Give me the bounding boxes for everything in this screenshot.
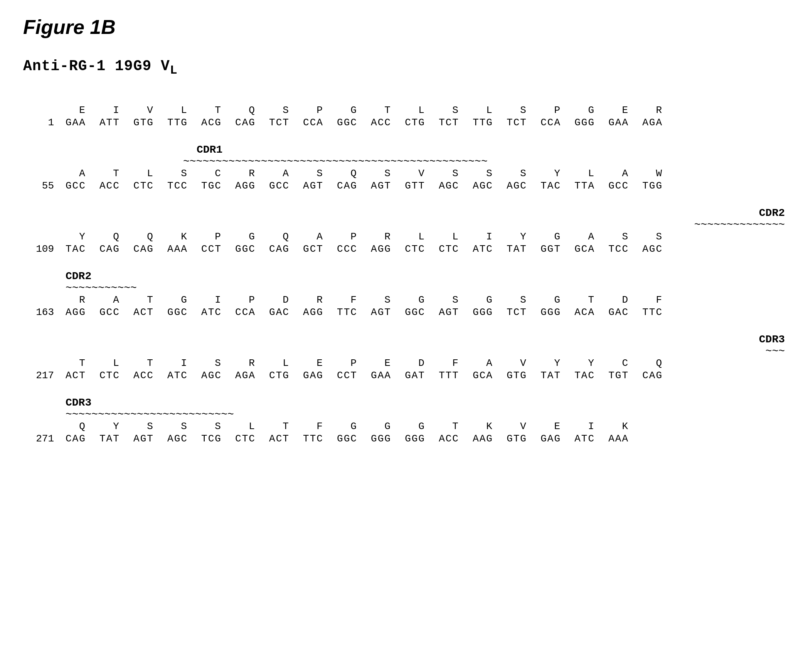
sequence-row-109: Y Q Q K P G Q A P R L L I Y G A S S 109 … bbox=[23, 231, 785, 255]
cdr1-tildes: ~~~~~~~~~~~~~~~~~~~~~~~~~~~~~~~~~~~~~~~~… bbox=[66, 156, 785, 168]
amino-row-1: E I V L T Q S P G T L S L S P G E R bbox=[66, 104, 785, 116]
codon-row-217: 217 ACT CTC ACC ATC AGC AGA CTG GAG CCT … bbox=[23, 370, 785, 381]
codons-1: GAA ATT GTG TTG ACG CAG TCT CCA GGC ACC … bbox=[66, 117, 663, 128]
codon-row-55: 55 GCC ACC CTC TCC TGC AGG GCC AGT CAG A… bbox=[23, 180, 785, 192]
amino-row-163: R A T G I P D R F S G S G S G T D F bbox=[66, 294, 785, 306]
amino-row-217: T L T I S R L E P E D F A V Y Y C Q bbox=[66, 357, 785, 369]
cdr2-label-container-top: CDR2 ~~~~~~~~~~~~~~ bbox=[66, 207, 785, 231]
codon-row-163: 163 AGG GCC ACT GGC ATC CCA GAC AGG TTC … bbox=[23, 307, 785, 318]
codon-row-1: 1 GAA ATT GTG TTG ACG CAG TCT CCA GGC AC… bbox=[23, 117, 785, 128]
cdr3-label-container-top: CDR3 ~~~ bbox=[66, 333, 785, 357]
cdr3-tildes-top: ~~~ bbox=[66, 345, 785, 357]
amino-row-271: Q Y S S S L T F G G G T K V E I K bbox=[66, 421, 785, 432]
codons-271: CAG TAT AGT AGC TCG CTC ACT TTC GGC GGG … bbox=[66, 433, 629, 445]
sequence-row-163: R A T G I P D R F S G S G S G T D F 163 … bbox=[23, 294, 785, 318]
line-num-217: 217 bbox=[23, 370, 54, 381]
codon-row-109: 109 TAC CAG CAG AAA CCT GGC CAG GCT CCC … bbox=[23, 243, 785, 255]
codons-55: GCC ACC CTC TCC TGC AGG GCC AGT CAG AGT … bbox=[66, 180, 663, 192]
cdr2-tildes-bottom: ~~~~~~~~~~~ bbox=[66, 282, 785, 294]
line-num-109: 109 bbox=[23, 243, 54, 255]
cdr1-label: CDR1 bbox=[66, 144, 785, 156]
figure-title: Figure 1B bbox=[23, 15, 785, 39]
amino-row-55: A T L S C R A S Q S V S S S Y L A W bbox=[66, 168, 785, 179]
codons-163: AGG GCC ACT GGC ATC CCA GAC AGG TTC AGT … bbox=[66, 307, 663, 318]
line-num-1: 1 bbox=[23, 117, 54, 128]
line-num-163: 163 bbox=[23, 307, 54, 318]
cdr2-label-bottom: CDR2 bbox=[66, 270, 785, 282]
cdr3-tildes-bottom: ~~~~~~~~~~~~~~~~~~~~~~~~~~ bbox=[66, 409, 785, 421]
amino-row-109: Y Q Q K P G Q A P R L L I Y G A S S bbox=[66, 231, 785, 243]
sequence-row-1: E I V L T Q S P G T L S L S P G E R 1 GA… bbox=[23, 104, 785, 128]
cdr3-label-container-bottom: CDR3 ~~~~~~~~~~~~~~~~~~~~~~~~~~ bbox=[66, 397, 785, 421]
sequence-row-55: A T L S C R A S Q S V S S S Y L A W 55 G… bbox=[23, 168, 785, 192]
cdr3-label-top: CDR3 bbox=[66, 333, 785, 345]
sequence-row-217: T L T I S R L E P E D F A V Y Y C Q 217 … bbox=[23, 357, 785, 381]
cdr2-tildes-top: ~~~~~~~~~~~~~~ bbox=[66, 219, 785, 231]
cdr1-label-container: CDR1 ~~~~~~~~~~~~~~~~~~~~~~~~~~~~~~~~~~~… bbox=[66, 144, 785, 168]
codons-109: TAC CAG CAG AAA CCT GGC CAG GCT CCC AGG … bbox=[66, 243, 663, 255]
codons-217: ACT CTC ACC ATC AGC AGA CTG GAG CCT GAA … bbox=[66, 370, 663, 381]
line-num-271: 271 bbox=[23, 433, 54, 445]
cdr2-label-top: CDR2 bbox=[66, 207, 785, 219]
cdr3-label-bottom: CDR3 bbox=[66, 397, 785, 409]
cdr2-label-container-bottom: CDR2 ~~~~~~~~~~~ bbox=[66, 270, 785, 294]
sequence-row-271: Q Y S S S L T F G G G T K V E I K 271 CA… bbox=[23, 421, 785, 445]
line-num-55: 55 bbox=[23, 180, 54, 192]
subtitle: Anti-RG-1 19G9 VL bbox=[23, 58, 785, 77]
codon-row-271: 271 CAG TAT AGT AGC TCG CTC ACT TTC GGC … bbox=[23, 433, 785, 445]
